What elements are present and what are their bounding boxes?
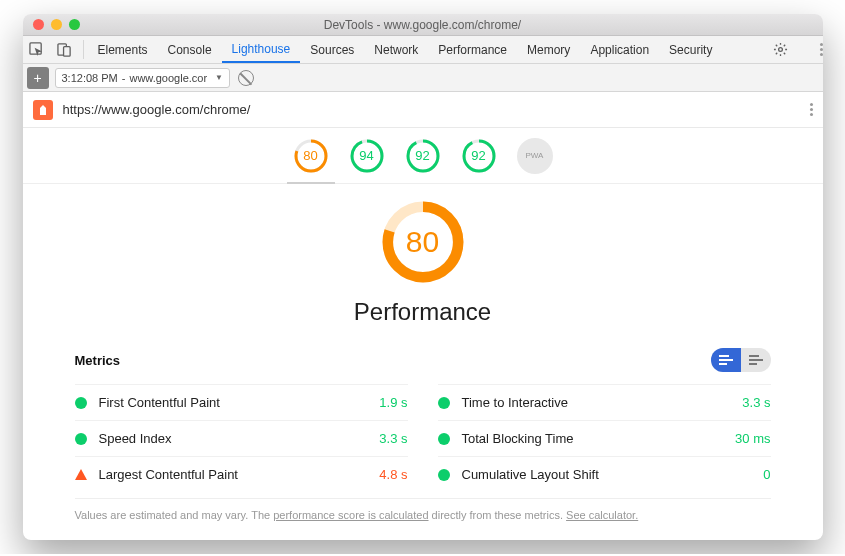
report-url: https://www.google.com/chrome/ bbox=[63, 102, 251, 117]
tab-security[interactable]: Security bbox=[659, 36, 722, 63]
metric-row: Cumulative Layout Shift0 bbox=[438, 456, 771, 492]
window-titlebar: DevTools - www.google.com/chrome/ bbox=[23, 14, 823, 36]
metric-row: Total Blocking Time30 ms bbox=[438, 420, 771, 456]
svg-rect-2 bbox=[64, 47, 71, 56]
metric-name: Cumulative Layout Shift bbox=[462, 467, 599, 482]
report-url-row: https://www.google.com/chrome/ bbox=[23, 92, 823, 128]
score-gauge-4[interactable]: PWA bbox=[517, 138, 553, 174]
pass-icon bbox=[438, 469, 450, 481]
performance-score: 80 bbox=[379, 198, 467, 286]
score-gauge-1[interactable]: 94 bbox=[349, 138, 385, 174]
new-report-button[interactable]: + bbox=[27, 67, 49, 89]
metric-name: Largest Contentful Paint bbox=[99, 467, 238, 482]
pass-icon bbox=[438, 397, 450, 409]
svg-point-3 bbox=[779, 48, 783, 52]
category-scores-row: 80949292PWA bbox=[23, 128, 823, 184]
metric-name: Speed Index bbox=[99, 431, 172, 446]
settings-icon[interactable] bbox=[767, 42, 795, 57]
score-gauge-2[interactable]: 92 bbox=[405, 138, 441, 174]
metrics-heading: Metrics bbox=[75, 353, 121, 368]
score-gauge-3[interactable]: 92 bbox=[461, 138, 497, 174]
metric-row: Speed Index3.3 s bbox=[75, 420, 408, 456]
devtools-window: DevTools - www.google.com/chrome/ Elemen… bbox=[23, 14, 823, 540]
metrics-view-toggle[interactable] bbox=[711, 348, 771, 372]
window-title: DevTools - www.google.com/chrome/ bbox=[23, 18, 823, 32]
inspect-icon[interactable] bbox=[23, 36, 51, 63]
metric-value: 1.9 s bbox=[379, 395, 407, 410]
metrics-footnote: Values are estimated and may vary. The p… bbox=[75, 498, 771, 521]
metric-row: First Contentful Paint1.9 s bbox=[75, 384, 408, 420]
tab-elements[interactable]: Elements bbox=[88, 36, 158, 63]
metric-value: 0 bbox=[763, 467, 770, 482]
tab-lighthouse[interactable]: Lighthouse bbox=[222, 36, 301, 63]
report-menu-icon[interactable] bbox=[810, 103, 813, 116]
clear-icon[interactable] bbox=[238, 70, 254, 86]
metric-row: Time to Interactive3.3 s bbox=[438, 384, 771, 420]
view-compact-button[interactable] bbox=[741, 348, 771, 372]
metric-name: Total Blocking Time bbox=[462, 431, 574, 446]
report-selector[interactable]: 3:12:08 PM - www.google.cor ▼ bbox=[55, 68, 231, 88]
metrics-grid: First Contentful Paint1.9 sTime to Inter… bbox=[75, 384, 771, 492]
devtools-tabbar: ElementsConsoleLighthouseSourcesNetworkP… bbox=[23, 36, 823, 64]
report-time: 3:12:08 PM bbox=[62, 72, 118, 84]
view-detailed-button[interactable] bbox=[711, 348, 741, 372]
metric-name: Time to Interactive bbox=[462, 395, 568, 410]
tab-network[interactable]: Network bbox=[364, 36, 428, 63]
tab-sources[interactable]: Sources bbox=[300, 36, 364, 63]
metric-value: 3.3 s bbox=[379, 431, 407, 446]
chevron-down-icon: ▼ bbox=[215, 73, 223, 82]
warn-icon bbox=[75, 469, 87, 480]
pass-icon bbox=[438, 433, 450, 445]
device-mode-icon[interactable] bbox=[51, 36, 79, 63]
lighthouse-toolbar: + 3:12:08 PM - www.google.cor ▼ bbox=[23, 64, 823, 92]
pass-icon bbox=[75, 397, 87, 409]
more-icon[interactable] bbox=[795, 43, 823, 56]
score-calc-link[interactable]: performance score is calculated bbox=[273, 509, 428, 521]
metric-value: 3.3 s bbox=[742, 395, 770, 410]
score-gauge-0[interactable]: 80 bbox=[293, 138, 329, 174]
tab-performance[interactable]: Performance bbox=[428, 36, 517, 63]
performance-gauge: 80 bbox=[379, 198, 467, 286]
lighthouse-logo-icon bbox=[33, 100, 53, 120]
metric-value: 4.8 s bbox=[379, 467, 407, 482]
tab-application[interactable]: Application bbox=[580, 36, 659, 63]
metric-value: 30 ms bbox=[735, 431, 770, 446]
tab-memory[interactable]: Memory bbox=[517, 36, 580, 63]
pass-icon bbox=[75, 433, 87, 445]
report-origin: www.google.cor bbox=[129, 72, 207, 84]
main-score-section: 80 Performance bbox=[23, 184, 823, 336]
tab-console[interactable]: Console bbox=[158, 36, 222, 63]
category-title: Performance bbox=[354, 298, 491, 326]
metric-name: First Contentful Paint bbox=[99, 395, 220, 410]
see-calculator-link[interactable]: See calculator. bbox=[566, 509, 638, 521]
metric-row: Largest Contentful Paint4.8 s bbox=[75, 456, 408, 492]
